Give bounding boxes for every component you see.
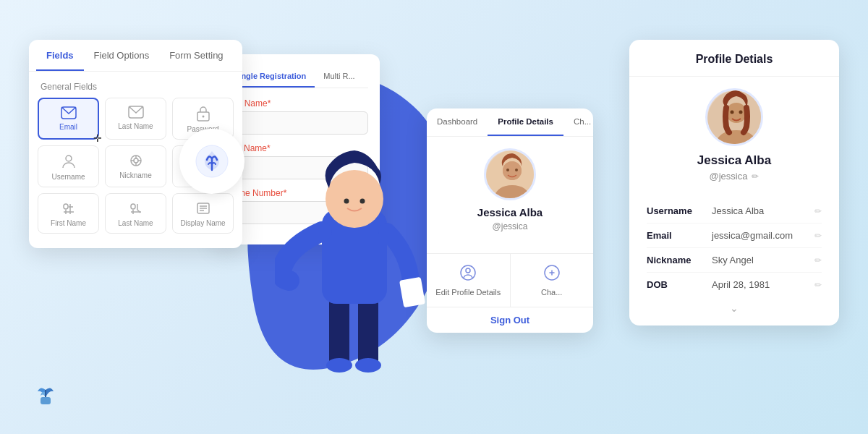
mc-change-button[interactable]: Cha... [511, 254, 594, 307]
profile-username: @jessica [710, 171, 748, 182]
svg-rect-17 [64, 204, 68, 209]
field-first-name-label: First Name [51, 219, 86, 227]
mc-edit-label: Edit Profile Details [435, 288, 501, 297]
mc-user-name: Jessica Alba [438, 206, 582, 218]
field-first-name[interactable]: First Name [38, 193, 99, 234]
profile-fields: Username Jessica Alba ✏ Email jessica@gm… [629, 199, 839, 297]
mc-tab-dashboard[interactable]: Dashboard [427, 109, 488, 136]
svg-point-3 [202, 116, 204, 118]
dob-field-edit-icon[interactable]: ✏ [814, 280, 822, 290]
change-icon [516, 264, 588, 285]
profile-field-email-value: jessica@gmail.com [712, 230, 814, 241]
svg-point-4 [66, 156, 72, 161]
move-cursor-icon: ✛ [93, 132, 102, 144]
field-last-name-1-label: Last Name [118, 122, 153, 130]
middle-card-tabs: Dashboard Profile Details Ch... [427, 109, 593, 137]
svg-point-42 [506, 169, 509, 171]
svg-point-49 [731, 111, 734, 114]
svg-point-33 [355, 358, 381, 373]
tab-field-options[interactable]: Field Options [84, 40, 160, 71]
svg-rect-22 [131, 204, 135, 209]
profile-row-dob: DOB April 28, 1981 ✏ [647, 273, 822, 297]
profile-row-nickname: Nickname Sky Angel ✏ [647, 248, 822, 273]
field-last-name-2[interactable]: Last Name [105, 193, 166, 234]
svg-point-43 [515, 169, 518, 171]
plant-decoration [30, 377, 61, 412]
middle-card-body: Jessica Alba @jessica [427, 137, 593, 253]
fields-tabs: Fields Field Options Form Setting [29, 40, 242, 72]
expand-chevron-icon[interactable]: ⌄ [629, 297, 839, 314]
mc-avatar [484, 148, 536, 200]
profile-row-email: Email jessica@gmail.com ✏ [647, 224, 822, 248]
field-email-label: Email [59, 123, 77, 131]
profile-name: Jessica Alba [629, 153, 839, 168]
edit-profile-icon [433, 264, 504, 285]
profile-username-row: @jessica ✏ [629, 171, 839, 182]
field-display-name-label: Display Name [180, 219, 225, 227]
svg-point-38 [360, 199, 365, 204]
tab-fields[interactable]: Fields [36, 40, 84, 71]
profile-field-nickname-label: Nickname [647, 255, 712, 265]
mc-signout-button[interactable]: Sign Out [427, 307, 593, 333]
field-nickname[interactable]: Nickname [105, 145, 166, 187]
username-edit-icon[interactable]: ✏ [752, 171, 759, 182]
field-display-name[interactable]: Display Name [172, 193, 234, 234]
middle-profile-card: Dashboard Profile Details Ch... Jessica … [427, 109, 593, 333]
field-username[interactable]: Username [38, 145, 99, 187]
field-last-name-1[interactable]: Last Name [105, 98, 166, 140]
profile-field-dob-label: DOB [647, 279, 712, 290]
mc-actions-row: Edit Profile Details Cha... [427, 253, 593, 307]
profile-field-nickname-value: Sky Angel [712, 255, 814, 265]
field-last-name-2-label: Last Name [118, 219, 153, 227]
profile-field-username-label: Username [647, 205, 712, 216]
field-nickname-label: Nickname [119, 171, 151, 179]
mc-tab-other[interactable]: Ch... [563, 109, 593, 136]
svg-rect-35 [399, 277, 425, 308]
tab-multi-registration[interactable]: Multi R... [315, 66, 363, 88]
svg-point-32 [326, 358, 352, 373]
svg-point-36 [326, 170, 383, 228]
mc-tab-profile-details[interactable]: Profile Details [488, 109, 563, 136]
svg-point-6 [134, 158, 138, 163]
svg-point-45 [466, 268, 470, 273]
profile-field-dob-value: April 28, 1981 [712, 279, 814, 290]
tab-form-setting[interactable]: Form Setting [159, 40, 233, 71]
mc-change-label: Cha... [541, 288, 562, 297]
mc-username: @jessica [438, 221, 582, 231]
svg-point-37 [344, 199, 349, 204]
username-field-edit-icon[interactable]: ✏ [814, 206, 822, 216]
profile-avatar-section: Jessica Alba @jessica ✏ [629, 77, 839, 199]
profile-details-panel: Profile Detials Jessica Alba @jessica ✏ [629, 40, 839, 326]
svg-rect-51 [41, 397, 51, 404]
email-field-edit-icon[interactable]: ✏ [814, 231, 822, 241]
svg-point-50 [739, 111, 743, 114]
form-registration-tabs: Single Registration Multi R... [225, 66, 368, 88]
field-email[interactable]: Email ✛ [38, 98, 99, 140]
section-general-fields: General Fields [29, 72, 242, 98]
mc-edit-profile-button[interactable]: Edit Profile Details [427, 254, 511, 307]
character-illustration [275, 87, 434, 391]
profile-row-username: Username Jessica Alba ✏ [647, 199, 822, 224]
profile-field-username-value: Jessica Alba [712, 205, 814, 216]
nickname-field-edit-icon[interactable]: ✏ [814, 255, 822, 265]
logo-circle [179, 129, 244, 194]
profile-avatar [705, 88, 763, 146]
profile-details-title: Profile Detials [629, 40, 839, 77]
profile-field-email-label: Email [647, 230, 712, 241]
field-username-label: Username [51, 173, 85, 181]
